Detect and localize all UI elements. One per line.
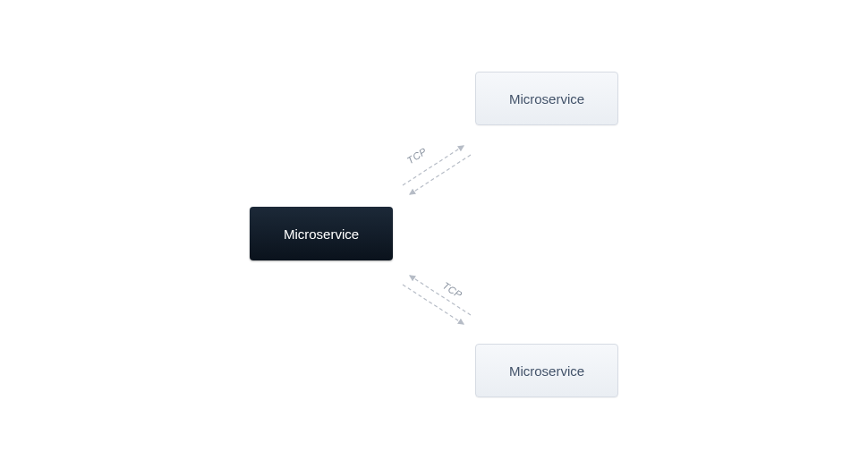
microservice-node-primary: Microservice: [250, 207, 393, 260]
microservice-node-bottom: Microservice: [475, 344, 618, 397]
microservice-node-primary-label: Microservice: [284, 226, 359, 242]
microservice-node-top-label: Microservice: [509, 91, 584, 107]
connector-top-label: TCP: [405, 146, 429, 166]
svg-line-1: [410, 155, 471, 194]
microservice-node-top: Microservice: [475, 72, 618, 125]
microservice-node-bottom-label: Microservice: [509, 363, 584, 379]
connector-top: [394, 139, 476, 201]
connector-bottom: [394, 269, 476, 331]
connector-bottom-label: TCP: [441, 280, 464, 301]
